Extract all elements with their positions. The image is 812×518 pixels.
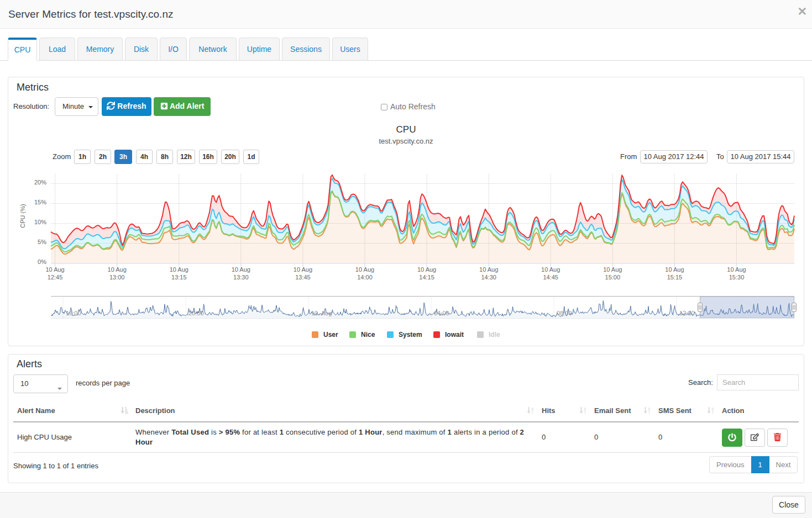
svg-text:12:45: 12:45 — [48, 274, 63, 281]
svg-text:10 Aug: 10 Aug — [294, 266, 312, 273]
svg-text:04:00: 04:00 — [434, 310, 449, 316]
svg-text:14:15: 14:15 — [419, 274, 434, 281]
svg-text:10 Aug: 10 Aug — [541, 266, 560, 273]
svg-text:10. Aug: 10. Aug — [311, 310, 332, 316]
svg-text:System: System — [399, 331, 422, 339]
svg-text:10 Aug: 10 Aug — [108, 266, 127, 273]
svg-text:0%: 0% — [38, 258, 46, 265]
svg-text:5%: 5% — [38, 239, 46, 245]
svg-text:15:00: 15:00 — [605, 274, 621, 281]
svg-text:User: User — [323, 331, 338, 339]
svg-text:12:00: 12:00 — [679, 310, 695, 316]
svg-text:10 Aug: 10 Aug — [665, 266, 684, 273]
svg-text:08:00: 08:00 — [557, 310, 572, 316]
svg-text:10 Aug: 10 Aug — [170, 266, 188, 273]
svg-text:Nice: Nice — [361, 331, 375, 339]
svg-text:13:45: 13:45 — [295, 274, 311, 281]
svg-text:13:30: 13:30 — [233, 274, 249, 281]
svg-text:20%: 20% — [34, 179, 46, 186]
svg-text:13:15: 13:15 — [171, 274, 187, 281]
svg-text:10 Aug: 10 Aug — [603, 266, 622, 273]
svg-text:14:00: 14:00 — [357, 274, 373, 281]
svg-text:10 Aug: 10 Aug — [355, 266, 374, 273]
svg-text:10%: 10% — [34, 219, 46, 225]
svg-text:15%: 15% — [34, 199, 46, 205]
svg-text:16:00: 16:00 — [66, 310, 81, 316]
svg-text:10 Aug: 10 Aug — [479, 266, 498, 273]
svg-text:15:30: 15:30 — [729, 274, 745, 281]
svg-text:20:00: 20:00 — [188, 310, 204, 316]
svg-text:14:30: 14:30 — [481, 274, 496, 281]
svg-text:13:00: 13:00 — [109, 274, 125, 281]
svg-text:10 Aug: 10 Aug — [45, 266, 64, 273]
svg-text:10 Aug: 10 Aug — [417, 266, 436, 273]
svg-text:14:45: 14:45 — [543, 274, 558, 281]
svg-text:10 Aug: 10 Aug — [727, 266, 746, 273]
svg-text:CPU (%): CPU (%) — [19, 204, 26, 228]
svg-text:Iowait: Iowait — [445, 331, 464, 339]
svg-text:15:15: 15:15 — [667, 274, 683, 281]
svg-text:Auto Refresh: Auto Refresh — [390, 102, 436, 111]
svg-text:10 Aug: 10 Aug — [232, 266, 250, 273]
svg-text:Idle: Idle — [489, 331, 500, 339]
